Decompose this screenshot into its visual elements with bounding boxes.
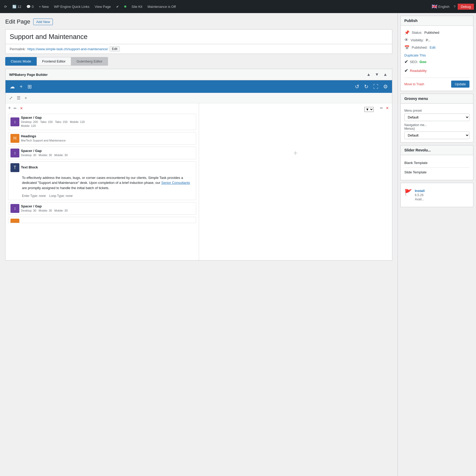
element-header [8, 217, 196, 223]
element-row: ↕ Spacer / Gap Desktop: 30 Mobile: 30 Mo… [8, 147, 196, 159]
add-new-button[interactable]: Add New [33, 19, 53, 25]
sync-icon: 🔄 [12, 5, 16, 9]
wpbakery-header: WPBakery Page Builder ▲ ▼ ▲ [5, 69, 392, 80]
wpbakery-collapse-down[interactable]: ▼ [374, 72, 380, 77]
col-edit-right[interactable]: ✏ [379, 105, 384, 111]
admin-bar: ⟳ 🔄 12 💬 0 + New WP Engine Quick Links V… [0, 0, 476, 13]
grid-expand-button[interactable]: ⤢ [8, 95, 14, 101]
help-icon[interactable]: ? [451, 4, 457, 10]
senior-consultants-link[interactable]: Senior Consultants [161, 181, 190, 185]
add-element-big-button[interactable]: + [293, 149, 298, 157]
col-header-right: ▼ ✏ ✕ [379, 105, 389, 111]
menu-preset-select[interactable]: Default [404, 114, 469, 121]
readability-link[interactable]: Readability [410, 69, 427, 73]
wpengine-link[interactable]: WP Engine Quick Links [52, 4, 92, 10]
editor-modes: Classic Mode Frontend Editor Gutenberg E… [5, 57, 392, 66]
frontend-editor-button[interactable]: Frontend Editor [37, 57, 71, 66]
publish-metabox-content: 📌 Status: PuPublishedblished 👁 Visibilit… [401, 26, 473, 91]
comment-count[interactable]: 💬 0 [24, 4, 36, 10]
wpbakery-title: WPBakery Page Builder [9, 73, 48, 77]
wpbakery-builder: WPBakery Page Builder ▲ ▼ ▲ ☁ + [5, 69, 392, 260]
yoast-icon[interactable]: ✔ [114, 4, 121, 10]
classic-mode-button[interactable]: Classic Mode [5, 57, 37, 66]
grid-add-button[interactable]: + [24, 95, 28, 101]
sitekit-link[interactable]: Site Kit [129, 4, 144, 10]
install-title[interactable]: Install [415, 189, 469, 193]
element-name: Headings [21, 134, 194, 138]
permalink-edit-button[interactable]: Edit [110, 46, 120, 52]
wpbakery-collapse-up[interactable]: ▲ [365, 72, 372, 77]
headings-icon: H [10, 134, 19, 143]
toolbar-add-button[interactable]: + [19, 83, 23, 90]
new-content-button[interactable]: + New [37, 4, 51, 10]
publish-actions: Move to Trash Update [404, 78, 469, 88]
col-delete-right[interactable]: ✕ [385, 105, 389, 111]
element-info: Spacer / Gap Desktop: 30 Mobile: 30 Mobi… [21, 204, 194, 213]
toolbar-settings-button[interactable]: ⚙ [383, 83, 388, 90]
blank-template-item: Blank Template [404, 158, 469, 168]
install-avail: Avail... [415, 197, 469, 201]
admin-bar-right: 🇬🇧 English ? Debug [429, 3, 474, 10]
text-content-after: are promptly assigned to handle the init… [22, 186, 109, 190]
element-row: H Headings MarTech Support and Maintenan… [8, 132, 196, 145]
update-button[interactable]: Update [451, 81, 469, 88]
slider-revolution-header: Slider Revolu... [401, 145, 473, 155]
gutenberg-editor-button[interactable]: Gutenberg Editor [71, 57, 108, 66]
maintenance-status[interactable]: Maintenance is Off [145, 4, 178, 10]
element-detail: Desktop: 30 Mobile: 30 Mobile: 30 [21, 209, 194, 213]
col-dropdown-select[interactable]: ▼ [364, 107, 374, 112]
elements-list: ↕ Spacer / Gap Desktop: 200 Tabs: 150 Ta… [5, 103, 199, 228]
redo-icon: ↻ [364, 84, 369, 89]
blank-template-name: Blank Template [404, 161, 469, 165]
col-add-element-button[interactable]: + [8, 105, 11, 111]
toolbar-redo-button[interactable]: ↻ [364, 83, 369, 90]
seo-value: Goo [420, 60, 426, 64]
install-row: 🚩 Install 6.5.26 Avail... [404, 186, 469, 204]
partial-icon [10, 219, 19, 223]
navigation-menu-select[interactable]: Default [404, 132, 469, 139]
toolbar-undo-button[interactable]: ↺ [354, 83, 360, 90]
page-header: Edit Page Add New [5, 18, 392, 25]
seo-label: SEO: [410, 60, 418, 64]
install-flag-icon: 🚩 [404, 189, 412, 196]
sidebar: Publish 📌 Status: PuPublishedblished 👁 V… [398, 13, 476, 476]
element-name: Spacer / Gap [21, 149, 194, 153]
page-title-input[interactable] [5, 30, 392, 44]
wp-logo[interactable]: ⟳ [2, 4, 9, 10]
page-content: Edit Page Add New Permalink: https://www… [0, 13, 398, 476]
groovy-menu-content: Menu preset Default Navigation me...Menu… [401, 104, 473, 142]
grid-list-button[interactable]: ☰ [16, 95, 21, 101]
navigation-menu-label: Navigation me...Menus) [404, 123, 469, 131]
language-selector[interactable]: 🇬🇧 English [429, 3, 452, 10]
duplicate-link[interactable]: Duplicate This [404, 53, 426, 57]
view-page-link[interactable]: View Page [93, 4, 113, 10]
toolbar-left: ☁ + ⊞ [9, 83, 32, 90]
empty-col-content: + [199, 114, 392, 192]
move-trash-link[interactable]: Move to Trash [404, 82, 424, 86]
layout-icon: ⊞ [27, 84, 32, 89]
element-name: Spacer / Gap [21, 204, 194, 208]
slider-revolution-content: Blank Template Slide Template [401, 155, 473, 180]
element-row: ↕ Spacer / Gap Desktop: 30 Mobile: 30 Mo… [8, 202, 196, 215]
element-info: Spacer / Gap Desktop: 200 Tabs: 150 Tabs… [21, 116, 194, 128]
undo-icon: ↺ [355, 84, 359, 89]
comment-icon: 💬 [26, 5, 31, 9]
spacer-icon: ↕ [10, 117, 19, 126]
slide-template-item: Slide Template [404, 168, 469, 177]
builder-col-left: + ✏ ✕ ↕ Spacer / Gap Desktop: 200 Tabs: [5, 103, 199, 260]
toolbar-cloud-button[interactable]: ☁ [9, 83, 15, 90]
toolbar-layout-button[interactable]: ⊞ [27, 83, 32, 90]
publish-status-row: 📌 Status: PuPublishedblished [404, 29, 469, 36]
permalink-link[interactable]: https://www.simple-task.ch/support-and-m… [27, 47, 108, 51]
sync-count[interactable]: 🔄 12 [10, 4, 23, 10]
published-edit-link[interactable]: Edit [430, 46, 435, 49]
col-edit-button[interactable]: ✏ [13, 106, 17, 111]
spacer-icon: ↕ [10, 149, 19, 157]
toolbar-fullscreen-button[interactable]: ⛶ [373, 83, 379, 90]
main-wrap: Edit Page Add New Permalink: https://www… [0, 13, 476, 476]
element-detail2: Mobile: 120 [21, 124, 194, 128]
debug-button[interactable]: Debug [458, 4, 474, 10]
element-header: T Text Block [8, 162, 196, 174]
col-delete-button[interactable]: ✕ [19, 106, 24, 111]
wpbakery-close[interactable]: ▲ [382, 72, 388, 77]
